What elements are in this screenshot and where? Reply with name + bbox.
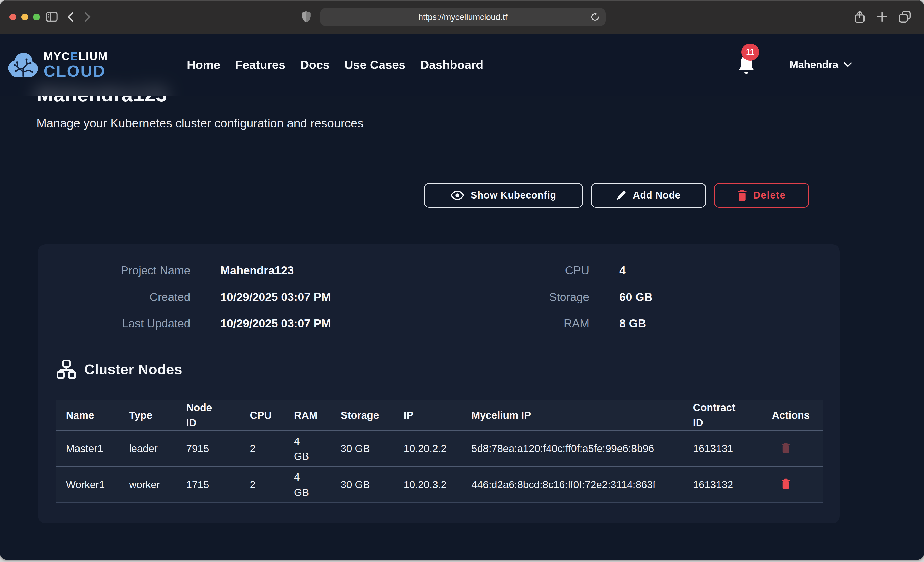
brand-cloud: CLOUD [44,63,108,79]
add-node-label: Add Node [633,190,681,201]
detail-label: Created [38,290,190,303]
detail-value: Mahendra123 [220,264,294,277]
cell-mycelium-ip: 5d8:78ea:a120:f40c:ff0f:a5fe:99e6:8b96 [461,431,683,466]
url-text: https://myceliumcloud.tf [418,12,507,22]
zoom-window-button[interactable] [33,13,40,21]
table-row-master1: Master1 leader 7915 2 4 GB 30 GB 10.20.2… [56,431,822,467]
detail-value: 10/29/2025 03:07 PM [220,290,331,303]
pencil-icon [616,190,626,200]
column-header-ip: IP [394,400,461,430]
column-header-ram: RAM [284,400,331,430]
add-node-button[interactable]: Add Node [591,183,706,208]
column-header-name: Name [56,400,119,430]
cell-storage: 30 GB [331,467,394,502]
detail-value: 4 [620,264,626,277]
close-window-button[interactable] [9,13,16,21]
cluster-nodes-title: Cluster Nodes [84,361,182,378]
detail-row: Storage 60 GB [437,291,652,303]
brand-text: MYCELIUM CLOUD [44,51,108,79]
minimize-window-button[interactable] [21,13,28,21]
eye-icon [451,191,464,200]
detail-value: 8 GB [620,317,646,330]
delete-node-button-master1[interactable] [782,442,790,455]
browser-window: https://myceliumcloud.tf [0,0,924,560]
nav-link-use-cases[interactable]: Use Cases [344,58,405,72]
user-name: Mahendra [790,59,838,71]
forward-button[interactable] [84,12,91,22]
address-bar[interactable]: https://myceliumcloud.tf [320,8,606,26]
cell-cpu: 2 [240,431,284,466]
detail-label: Last Updated [38,317,190,330]
cell-node-id: 1715 [176,467,240,502]
detail-row: Last Updated 10/29/2025 03:07 PM [38,317,331,329]
back-chevron-icon [67,12,74,22]
detail-row: Created 10/29/2025 03:07 PM [38,291,331,303]
reload-button[interactable] [590,12,600,22]
cell-type: leader [119,431,176,466]
delete-cluster-button[interactable]: Delete [714,183,809,208]
nav-links: Home Features Docs Use Cases Dashboard [187,34,483,96]
tabs-icon [898,10,911,23]
detail-label: CPU [437,264,590,277]
detail-row: CPU 4 [437,265,652,277]
nav-link-home[interactable]: Home [187,58,220,72]
cell-name: Master1 [56,431,119,466]
details-left: Project Name Mahendra123 Created 10/29/2… [38,265,331,344]
back-button[interactable] [67,12,74,22]
sidebar-icon [46,12,58,22]
share-icon [854,10,865,23]
page-body: Mahendra123 Manage your Kubernetes clust… [0,34,924,560]
cell-contract-id: 1613131 [683,431,762,466]
privacy-shield-icon [302,10,311,23]
column-header-node-id: Node ID [176,400,240,430]
detail-label: RAM [437,317,590,330]
detail-label: Storage [437,290,590,303]
show-kubeconfig-button[interactable]: Show Kubeconfig [424,183,583,208]
delete-node-button-worker1[interactable] [782,478,790,491]
window-controls [9,13,40,21]
trash-icon [737,190,747,201]
share-button[interactable] [854,10,865,23]
browser-toolbar: https://myceliumcloud.tf [0,0,924,34]
cell-storage: 30 GB [331,431,394,466]
nodes-table: Name Type Node ID CPU RAM Storage IP Myc… [56,400,822,503]
column-header-storage: Storage [331,400,394,430]
nav-link-dashboard[interactable]: Dashboard [420,58,483,72]
tab-overview-button[interactable] [898,10,911,23]
trash-icon [782,442,790,453]
details-right: CPU 4 Storage 60 GB RAM 8 GB [437,265,652,344]
cell-mycelium-ip: 446:d2a6:8bcd:8c16:ff0f:72e2:3114:863f [461,467,683,502]
detail-label: Project Name [38,264,190,277]
detail-row: RAM 8 GB [437,317,652,329]
sidebar-toggle-button[interactable] [46,12,58,22]
reload-icon [590,12,600,22]
notifications-button[interactable]: 11 [738,54,755,78]
nav-link-docs[interactable]: Docs [300,58,330,72]
cluster-actions: Show Kubeconfig Add Node Delete [424,183,809,208]
cluster-nodes-heading: Cluster Nodes [57,360,182,379]
sitemap-icon [57,360,76,379]
cell-actions [762,431,823,466]
new-tab-button[interactable] [877,12,887,22]
notification-badge: 11 [741,43,759,61]
detail-value: 60 GB [620,290,652,303]
cell-ram: 4 GB [284,467,331,502]
column-header-mycelium-ip: Mycelium IP [461,400,683,430]
cell-cpu: 2 [240,467,284,502]
detail-value: 10/29/2025 03:07 PM [220,317,331,330]
user-menu[interactable]: Mahendra [790,34,852,96]
cell-ip: 10.20.3.2 [394,467,461,502]
trash-icon [782,478,790,489]
nav-link-features[interactable]: Features [235,58,285,72]
delete-label: Delete [753,190,786,201]
column-header-contract-id: Contract ID [683,400,762,430]
chevron-down-icon [844,62,852,67]
brand-logo[interactable]: MYCELIUM CLOUD [8,51,108,79]
column-header-actions: Actions [762,400,823,430]
cell-ram: 4 GB [284,431,331,466]
cell-actions [762,467,823,502]
screenshot-root: https://myceliumcloud.tf [0,0,924,562]
show-kubeconfig-label: Show Kubeconfig [471,190,556,201]
cell-contract-id: 1613132 [683,467,762,502]
plus-icon [877,12,887,22]
